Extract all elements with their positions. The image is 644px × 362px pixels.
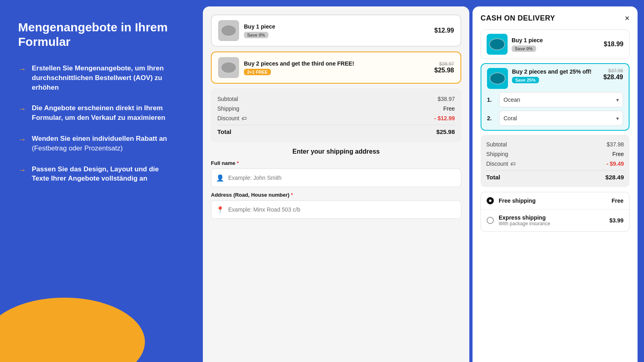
option-card-2[interactable]: Buy 2 pieces and get the third one FREE!… bbox=[211, 51, 461, 84]
cod-price-current-2: $28.49 bbox=[603, 74, 623, 81]
shipping-opt-info-express: Express shipping With package insurance bbox=[499, 214, 605, 226]
cod-teal-product-info: Buy 2 pieces and get 25% off! Save 25% bbox=[512, 68, 599, 83]
left-item-text-1: Erstellen Sie Mengenangebote, um Ihren d… bbox=[32, 64, 175, 92]
cod-summary-row-total: Total $28.49 bbox=[486, 170, 624, 182]
name-input-wrap[interactable]: 👤 bbox=[211, 169, 461, 187]
shipping-opt-price-free: Free bbox=[611, 197, 623, 204]
cod-option-card-2[interactable]: Buy 2 pieces and get 25% off! Save 25% $… bbox=[481, 63, 630, 131]
summary-row-discount: Discount 🏷 - $12.99 bbox=[217, 113, 455, 123]
shipping-form-title: Enter your shipping address bbox=[211, 148, 461, 155]
cod-pillow-icon-2 bbox=[489, 72, 506, 84]
discount-label: Discount bbox=[217, 115, 239, 121]
subtotal-value: $38.97 bbox=[438, 96, 455, 102]
address-input[interactable] bbox=[228, 206, 456, 213]
field-label-address: Address (Road, House number) * bbox=[211, 192, 461, 198]
left-item-1: → Erstellen Sie Mengenangebote, um Ihren… bbox=[18, 64, 175, 92]
shipping-label: Shipping bbox=[217, 105, 239, 112]
variant-row-1: 1. Ocean Blue Green bbox=[487, 92, 623, 107]
cod-discount-tag-icon: 🏷 bbox=[510, 161, 516, 167]
cod-teal-card-body: Buy 2 pieces and get 25% off! Save 25% $… bbox=[487, 68, 623, 126]
variant-select-2[interactable]: Coral Red Pink bbox=[499, 111, 623, 126]
cod-discount-value: - $9.49 bbox=[606, 160, 624, 167]
shipping-options: Free shipping Free Express shipping With… bbox=[481, 192, 630, 232]
shipping-opt-express[interactable]: Express shipping With package insurance … bbox=[481, 210, 629, 231]
form-panel: Buy 1 piece Save 0% $12.99 Buy 2 pieces … bbox=[203, 6, 469, 362]
option-badge-1: Save 0% bbox=[244, 32, 268, 38]
total-value: $25.98 bbox=[436, 128, 455, 135]
option-title-1: Buy 1 piece bbox=[244, 23, 429, 30]
shipping-opt-free[interactable]: Free shipping Free bbox=[481, 192, 629, 210]
arrow-icon-2: → bbox=[18, 104, 26, 113]
cod-option-price-1: $18.99 bbox=[604, 41, 623, 48]
arrow-icon-4: → bbox=[18, 165, 26, 175]
shipping-opt-sub-express: With package insurance bbox=[499, 221, 605, 226]
shipping-opt-title-express: Express shipping bbox=[499, 214, 605, 221]
option-title-2: Buy 2 pieces and get the third one FREE! bbox=[244, 60, 429, 67]
summary-row-total: Total $25.98 bbox=[217, 125, 455, 137]
left-item-2: → Die Angebote erscheinen direkt in Ihre… bbox=[18, 103, 175, 123]
radio-express[interactable] bbox=[487, 217, 494, 224]
cod-option-info-1: Buy 1 piece Save 0% bbox=[512, 37, 600, 52]
variant-num-1: 1. bbox=[487, 97, 495, 103]
arrow-icon-3: → bbox=[18, 135, 26, 144]
cod-pillow-icon-1 bbox=[489, 38, 505, 50]
cod-summary-row-shipping: Shipping Free bbox=[486, 149, 624, 159]
cod-discount-label-wrap: Discount 🏷 bbox=[486, 160, 516, 167]
cod-option-title-2: Buy 2 pieces and get 25% off! bbox=[512, 68, 599, 75]
left-item-text-3-bold: Wenden Sie einen individuellen Rabatt an bbox=[32, 135, 167, 142]
shipping-opt-title-free: Free shipping bbox=[499, 197, 607, 204]
cod-discount-label: Discount bbox=[486, 160, 508, 167]
cod-option-title-1: Buy 1 piece bbox=[512, 37, 600, 44]
close-button[interactable]: × bbox=[625, 14, 630, 23]
name-input[interactable] bbox=[228, 175, 456, 181]
cod-shipping-value: Free bbox=[612, 151, 624, 157]
price-single-1: $12.99 bbox=[434, 27, 454, 34]
variant-num-2: 2. bbox=[487, 115, 495, 121]
option-price-1: $12.99 bbox=[434, 27, 454, 34]
cod-option-badge-2: Save 25% bbox=[512, 77, 539, 83]
option-info-1: Buy 1 piece Save 0% bbox=[244, 23, 429, 38]
variant-selects: 1. Ocean Blue Green 2. bbox=[487, 92, 623, 126]
summary-row-shipping: Shipping Free bbox=[217, 104, 455, 113]
select-wrap-1[interactable]: Ocean Blue Green bbox=[499, 92, 623, 107]
cod-summary: Subtotal $37.98 Shipping Free Discount 🏷… bbox=[481, 135, 630, 187]
radio-free[interactable] bbox=[487, 197, 494, 204]
cod-title: CASH ON DELIVERY bbox=[481, 14, 555, 23]
product-thumb-1 bbox=[218, 20, 239, 41]
select-wrap-2[interactable]: Coral Red Pink bbox=[499, 111, 623, 126]
summary-row-subtotal: Subtotal $38.97 bbox=[217, 94, 455, 104]
cod-total-value: $28.49 bbox=[605, 174, 624, 181]
cod-option-price-2: $37.98 $28.49 bbox=[603, 68, 623, 81]
cod-product-thumb-2 bbox=[487, 68, 508, 89]
summary-section: Subtotal $38.97 Shipping Free Discount 🏷… bbox=[211, 88, 461, 142]
field-label-name: Full name * bbox=[211, 160, 461, 166]
discount-label-wrap: Discount 🏷 bbox=[217, 115, 247, 121]
cod-summary-row-discount: Discount 🏷 - $9.49 bbox=[486, 159, 624, 169]
cod-total-label: Total bbox=[486, 174, 500, 181]
address-input-wrap[interactable]: 📍 bbox=[211, 200, 461, 219]
cod-option-card-1[interactable]: Buy 1 piece Save 0% $18.99 bbox=[481, 29, 630, 59]
pillow-icon-2 bbox=[221, 62, 237, 74]
cod-option-badge-1: Save 0% bbox=[512, 45, 536, 52]
discount-tag-icon: 🏷 bbox=[242, 115, 247, 121]
variant-row-2: 2. Coral Red Pink bbox=[487, 111, 623, 126]
cod-teal-card-top: Buy 2 pieces and get 25% off! Save 25% $… bbox=[487, 68, 623, 89]
discount-value: - $12.99 bbox=[434, 115, 455, 121]
cod-shipping-label: Shipping bbox=[486, 151, 508, 157]
left-item-text-3-normal: (Festbetrag oder Prozentsatz) bbox=[32, 144, 123, 152]
option-card-1[interactable]: Buy 1 piece Save 0% $12.99 bbox=[211, 14, 461, 47]
subtotal-label: Subtotal bbox=[217, 96, 238, 102]
cod-product-thumb-1 bbox=[487, 34, 508, 55]
location-icon: 📍 bbox=[216, 206, 224, 214]
shipping-opt-info-free: Free shipping bbox=[499, 197, 607, 204]
pillow-icon-1 bbox=[221, 25, 237, 37]
shipping-value: Free bbox=[443, 105, 455, 112]
right-side: Buy 1 piece Save 0% $12.99 Buy 2 pieces … bbox=[193, 0, 644, 362]
option-info-2: Buy 2 pieces and get the third one FREE!… bbox=[244, 60, 429, 75]
total-label: Total bbox=[217, 128, 231, 135]
variant-select-1[interactable]: Ocean Blue Green bbox=[499, 92, 623, 107]
left-item-4: → Passen Sie das Design, Layout und die … bbox=[18, 165, 175, 184]
left-item-text-2: Die Angebote erscheinen direkt in Ihrem … bbox=[32, 103, 175, 123]
option-price-2: $38.97 $25.98 bbox=[434, 61, 454, 74]
person-icon: 👤 bbox=[216, 174, 224, 182]
